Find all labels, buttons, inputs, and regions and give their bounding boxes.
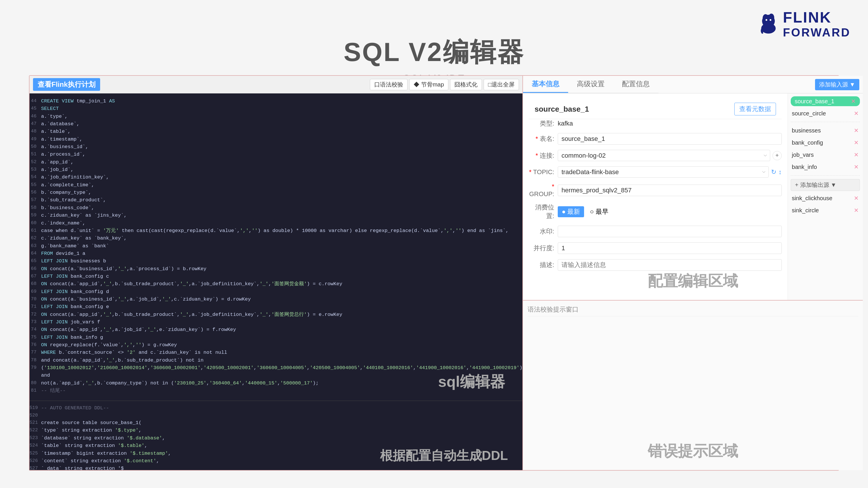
businesses-close[interactable]: ✕ <box>854 127 859 134</box>
smart-map-btn[interactable]: ◆ 节骨map <box>409 79 448 90</box>
topic-label: TOPIC: <box>529 168 558 176</box>
consume-earliest-label: 最早 <box>596 207 609 216</box>
config-panel: 基本信息 高级设置 配置信息 添加输入源 ▼ source_base_1 查看元… <box>523 76 863 300</box>
add-output-icon: + <box>795 182 799 188</box>
consume-latest-label: 最新 <box>567 207 580 216</box>
consume-radio-group: ● 最新 ○ 最早 <box>558 206 609 217</box>
dim-job-vars-item[interactable]: job_vars ✕ <box>791 150 860 160</box>
table-row: 65LEFT JOIN businesses b <box>30 257 522 265</box>
desc-input[interactable] <box>558 259 782 271</box>
config-form: source_base_1 查看元数据 类型: kafka 表名: <box>523 93 787 300</box>
sink-circle-close[interactable]: ✕ <box>854 207 859 214</box>
table-row: 69LEFT JOIN bank_config d <box>30 288 522 296</box>
source-circle-item[interactable]: source_circle ✕ <box>791 108 860 118</box>
bank-info-label: bank_info <box>792 164 817 170</box>
sink-circle-item[interactable]: sink_circle ✕ <box>791 205 860 215</box>
svg-point-3 <box>769 13 774 22</box>
error-big-label: 错误提示区域 <box>648 441 738 461</box>
logo-forward: FORWARD <box>783 26 850 39</box>
error-panel: 语法校验提示窗口 错误提示区域 <box>523 300 863 470</box>
table-row: 519-- AUTO GENERATED DDL-- <box>30 404 522 412</box>
table-row: 57 b.`sub_trade_product`, <box>30 196 522 204</box>
export-all-btn[interactable]: □退出全屏 <box>484 79 519 90</box>
source-circle-label: source_circle <box>792 110 826 117</box>
code-area[interactable]: 44CREATE VIEW tmp_join_1 AS45SELECT46 a.… <box>30 93 522 401</box>
add-input-source-btn[interactable]: 添加输入源 ▼ <box>815 79 859 90</box>
dim-bank-info-item[interactable]: bank_info ✕ <box>791 162 860 172</box>
dim-bank-config-item[interactable]: bank_config ✕ <box>791 138 860 148</box>
topic-refresh-btn[interactable]: ↻ <box>771 168 776 176</box>
table-row: 52 a.`app_id`, <box>30 159 522 166</box>
group-input[interactable] <box>558 185 782 196</box>
form-row-group: GROUP: <box>529 183 782 198</box>
ddl-section: 519-- AUTO GENERATED DDL--520521create s… <box>30 401 522 470</box>
form-row-topic: TOPIC: tradeData-flink-base ↻ ↕ <box>529 166 782 177</box>
topic-select[interactable]: tradeData-flink-base <box>558 166 769 177</box>
name-label: 表名: <box>529 134 558 143</box>
syntax-check-btn[interactable]: 口语法校验 <box>370 79 407 90</box>
form-row-name: 表名: <box>529 133 782 144</box>
sink-clickhouse-item[interactable]: sink_clickhouse ✕ <box>791 193 860 203</box>
editor-toolbar: 查看Flink执行计划 口语法校验 ◆ 节骨map 囧格式化 □退出全屏 <box>30 76 522 93</box>
table-row: 62 c.`ziduan_key` as `bank_key`, <box>30 235 522 242</box>
svg-point-4 <box>766 19 767 21</box>
logo-text: FLINK FORWARD <box>757 9 850 39</box>
add-output-source-btn[interactable]: + 添加输出源 ▼ <box>791 179 860 191</box>
sink-clickhouse-close[interactable]: ✕ <box>854 195 859 202</box>
source-base-label: source_base_1 <box>795 98 834 105</box>
bank-config-close[interactable]: ✕ <box>854 139 859 146</box>
type-label: 类型: <box>529 119 558 128</box>
table-row: 46 a.`type`, <box>30 113 522 120</box>
name-input[interactable] <box>558 133 782 144</box>
format-btn[interactable]: 囧格式化 <box>450 79 482 90</box>
table-row: 75LEFT JOIN bank_info g <box>30 334 522 341</box>
dim-businesses-item[interactable]: businesses ✕ <box>791 126 860 135</box>
form-row-connect: 连接: common-log-02 + <box>529 150 782 161</box>
sink-circle-label: sink_circle <box>792 207 819 214</box>
table-row: 48 a.`table`, <box>30 128 522 135</box>
flink-elephant-icon <box>757 12 780 36</box>
page-title: SQL V2编辑器 <box>0 18 868 70</box>
source-base-close[interactable]: ✕ <box>851 98 856 105</box>
table-row: 61 case when d.`unit` = '万元' then cast(c… <box>30 227 522 235</box>
main-container: 查看Flink执行计划 口语法校验 ◆ 节骨map 囧格式化 □退出全屏 44C… <box>29 75 839 470</box>
businesses-label: businesses <box>792 127 821 134</box>
tab-basic-info[interactable]: 基本信息 <box>523 76 568 93</box>
right-panel: 基本信息 高级设置 配置信息 添加输入源 ▼ source_base_1 查看元… <box>523 76 863 470</box>
sink-clickhouse-label: sink_clickhouse <box>792 195 832 202</box>
svg-point-5 <box>770 19 771 21</box>
watermark-input[interactable] <box>558 226 782 237</box>
table-row: 74ON concat(a.`app_id`,'_',a.`job_id`,'_… <box>30 326 522 333</box>
desc-label: 描述: <box>529 261 558 269</box>
consume-latest-dot: ● <box>562 208 565 216</box>
consume-earliest-radio[interactable]: ○ 最早 <box>590 206 608 217</box>
source-circle-close[interactable]: ✕ <box>854 110 859 117</box>
table-row: 67LEFT JOIN bank_config c <box>30 273 522 280</box>
source-tag-base[interactable]: source_base_1 ✕ <box>791 96 860 106</box>
table-row: 58 b.`business_code`, <box>30 204 522 212</box>
consume-latest-radio[interactable]: ● 最新 <box>558 206 584 217</box>
tab-advanced-settings[interactable]: 高级设置 <box>568 76 613 93</box>
parallel-input[interactable] <box>558 242 782 254</box>
table-row: 522 `type` string extraction '$.type', <box>30 427 522 434</box>
table-row: 72ON concat(a.`app_id`,'_',b.`sub_trade_… <box>30 311 522 319</box>
bank-info-close[interactable]: ✕ <box>854 163 859 170</box>
tab-config-info[interactable]: 配置信息 <box>613 76 658 93</box>
topic-sync-btn[interactable]: ↕ <box>779 168 782 176</box>
consume-label: 消费位置: <box>529 203 558 220</box>
logo-area: FLINK FORWARD <box>757 9 850 39</box>
table-name: source_base_1 <box>534 105 589 114</box>
sql-editor-panel: 查看Flink执行计划 口语法校验 ◆ 节骨map 囧格式化 □退出全屏 44C… <box>30 76 523 470</box>
error-header: 语法校验提示窗口 <box>528 305 858 317</box>
view-meta-btn[interactable]: 查看元数据 <box>734 103 776 116</box>
type-value: kafka <box>558 120 573 127</box>
connect-select[interactable]: common-log-02 <box>558 150 770 161</box>
table-row: 51 a.`process_id`, <box>30 151 522 158</box>
connect-add-btn[interactable]: + <box>773 151 782 160</box>
parallel-label: 并行度: <box>529 244 558 253</box>
run-plan-btn[interactable]: 查看Flink执行计划 <box>33 78 100 91</box>
job-vars-close[interactable]: ✕ <box>854 151 859 158</box>
table-row: 64FROM devide_1 a <box>30 250 522 257</box>
table-row: 45SELECT <box>30 105 522 112</box>
form-row-watermark: 水印: <box>529 226 782 237</box>
